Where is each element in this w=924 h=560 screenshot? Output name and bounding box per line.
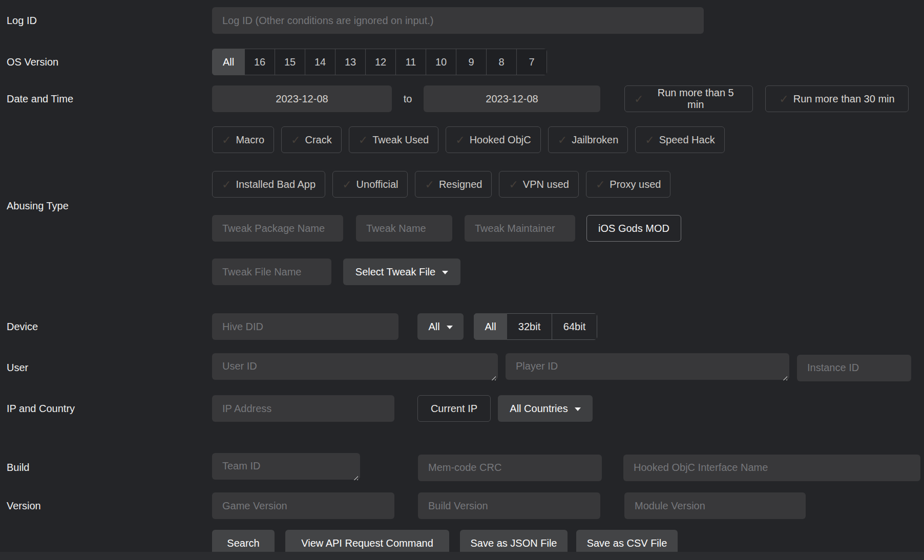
build-row: Build [0,453,924,482]
player-id-textarea[interactable] [506,353,789,380]
version-row: Version [0,492,924,519]
ip-country-row: IP and Country Current IP All Countries [0,395,924,422]
tweak-package-name-input[interactable] [212,215,343,242]
os-version-segmented-control: All 16 15 14 13 12 11 10 9 8 7 [212,49,547,75]
check-icon: ✓ [645,135,654,146]
page-bottom-edge [0,552,924,560]
date-time-label: Date and Time [0,93,212,105]
build-label: Build [0,462,212,473]
caret-down-icon [447,326,453,329]
toggle-installed-bad-app[interactable]: ✓ Installed Bad App [212,171,325,198]
tweak-inputs-row: iOS Gods MOD [212,215,725,242]
os-version-option-12[interactable]: 12 [366,49,396,75]
abuse-log-search-form: Log ID OS Version All 16 15 14 13 12 11 … [0,0,924,560]
arch-segmented-control: All 32bit 64bit [474,313,597,340]
game-version-input[interactable] [212,492,394,519]
date-to-input[interactable] [424,85,600,112]
os-version-option-14[interactable]: 14 [305,49,335,75]
toggle-proxy-used[interactable]: ✓ Proxy used [586,171,671,198]
check-icon: ✓ [509,179,518,190]
toggle-speed-hack[interactable]: ✓ Speed Hack [635,126,724,153]
os-version-option-15[interactable]: 15 [275,49,305,75]
ip-address-input[interactable] [212,395,394,422]
os-version-option-11[interactable]: 11 [396,49,426,75]
team-id-textarea[interactable] [212,453,360,480]
os-version-option-10[interactable]: 10 [426,49,456,75]
device-row: Device All All 32bit 64bit [0,313,924,340]
check-icon: ✓ [342,179,351,190]
instance-id-input[interactable] [797,355,911,381]
caret-down-icon [442,271,448,274]
user-row: User [0,353,924,382]
tweak-file-name-input[interactable] [212,259,331,285]
check-icon: ✓ [596,179,605,190]
tweak-file-row: Select Tweak File [212,259,725,285]
module-version-input[interactable] [624,492,806,519]
toggle-jailbroken[interactable]: ✓ Jailbroken [548,126,628,153]
caret-down-icon [575,407,581,411]
log-id-input[interactable] [212,7,704,34]
abusing-toggles-row2: ✓ Installed Bad App ✓ Unofficial ✓ Resig… [212,171,725,198]
os-version-option-7[interactable]: 7 [517,49,547,75]
user-id-textarea[interactable] [212,353,498,380]
current-ip-button[interactable]: Current IP [417,395,491,422]
version-label: Version [0,500,212,512]
toggle-crack[interactable]: ✓ Crack [281,126,342,153]
tweak-name-input[interactable] [356,215,452,242]
abusing-type-label: Abusing Type [0,200,212,212]
os-version-row: OS Version All 16 15 14 13 12 11 10 9 8 … [0,49,924,75]
arch-option-64bit[interactable]: 64bit [552,313,597,340]
arch-option-32bit[interactable]: 32bit [507,313,552,340]
date-range-separator: to [392,85,424,112]
check-icon: ✓ [291,135,300,146]
toggle-run-more-5min[interactable]: ✓ Run more than 5 min [624,85,753,112]
date-time-row: Date and Time to ✓ Run more than 5 min ✓… [0,85,924,112]
check-icon: ✓ [455,135,465,146]
toggle-run-more-30min[interactable]: ✓ Run more than 30 min [765,85,909,112]
check-icon: ✓ [222,179,231,190]
device-type-dropdown[interactable]: All [417,313,464,340]
select-tweak-file-dropdown[interactable]: Select Tweak File [343,259,460,285]
check-icon: ✓ [359,135,368,146]
check-icon: ✓ [222,135,231,146]
device-label: Device [0,321,212,333]
toggle-vpn-used[interactable]: ✓ VPN used [499,171,579,198]
tweak-maintainer-input[interactable] [465,215,575,242]
build-version-input[interactable] [418,492,600,519]
country-dropdown[interactable]: All Countries [498,395,593,422]
check-icon: ✓ [634,94,643,105]
os-version-option-16[interactable]: 16 [245,49,275,75]
log-id-row: Log ID [0,7,924,34]
user-label: User [0,362,212,374]
os-version-option-8[interactable]: 8 [487,49,517,75]
hooked-objc-interface-input[interactable] [623,455,920,481]
toggle-macro[interactable]: ✓ Macro [212,126,274,153]
os-version-option-all[interactable]: All [212,49,245,75]
arch-option-all[interactable]: All [474,313,507,340]
ios-gods-mod-button[interactable]: iOS Gods MOD [586,215,681,242]
os-version-option-13[interactable]: 13 [335,49,366,75]
abusing-toggles-row1: ✓ Macro ✓ Crack ✓ Tweak Used ✓ Hooked Ob… [212,126,725,153]
ip-country-label: IP and Country [0,403,212,415]
mem-code-crc-input[interactable] [418,455,602,481]
check-icon: ✓ [779,94,788,105]
check-icon: ✓ [558,135,567,146]
toggle-hooked-objc[interactable]: ✓ Hooked ObjC [446,126,541,153]
log-id-label: Log ID [0,15,212,27]
os-version-option-9[interactable]: 9 [456,49,487,75]
toggle-tweak-used[interactable]: ✓ Tweak Used [349,126,439,153]
abusing-type-section: Abusing Type ✓ Macro ✓ Crack ✓ Tweak Use… [0,126,924,285]
os-version-label: OS Version [0,56,212,68]
check-icon: ✓ [425,179,434,190]
toggle-resigned[interactable]: ✓ Resigned [415,171,492,198]
date-from-input[interactable] [212,85,392,112]
toggle-unofficial[interactable]: ✓ Unofficial [332,171,408,198]
hive-did-input[interactable] [212,313,398,340]
